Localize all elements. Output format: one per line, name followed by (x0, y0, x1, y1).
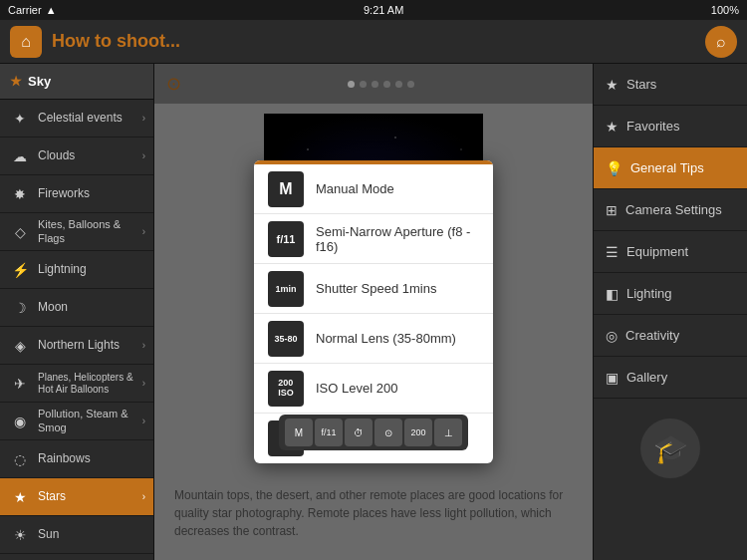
right-item-favorites[interactable]: ★ Favorites (594, 106, 747, 147)
status-left: Carrier ▲ (8, 4, 57, 16)
chevron-icon: › (142, 113, 145, 124)
content-description: Mountain tops, the desert, and other rem… (174, 486, 573, 540)
chevron-icon: › (142, 491, 145, 502)
right-item-lighting[interactable]: ◧ Lighting (594, 273, 747, 315)
lens-label: Normal Lens (35-80mm) (316, 331, 456, 346)
status-right: 100% (711, 4, 739, 16)
sidebar-item-pollution[interactable]: ◉ Pollution, Steam & Smog › (0, 403, 153, 440)
right-item-gallery[interactable]: ▣ Gallery (594, 357, 747, 399)
right-item-generaltips[interactable]: 💡 General Tips (594, 147, 747, 189)
nav-title-highlight: How (52, 31, 90, 51)
pollution-icon: ◉ (10, 412, 30, 431)
shutter-icon: 1min (268, 271, 304, 307)
shutter-label: Shutter Speed 1mins (316, 281, 436, 296)
sidebar-item-planes[interactable]: ✈ Planes, Helicopters & Hot Air Balloons… (0, 365, 153, 403)
right-watermark: 🎓 (594, 399, 747, 498)
settings-bar: M f/11 ⏱ ⊙ 200 ⊥ (279, 415, 468, 450)
sidebar-item-fireworks[interactable]: ✸ Fireworks (0, 175, 153, 213)
settings-pill-shutter: ⏱ (345, 419, 373, 446)
modal-item-lens[interactable]: 35-80 Normal Lens (35-80mm) (254, 314, 493, 364)
home-button[interactable]: ⌂ (10, 26, 42, 58)
sidebar-item-moon[interactable]: ☽ Moon (0, 289, 153, 327)
sidebar-item-celestial[interactable]: ✦ Celestial events › (0, 100, 153, 138)
right-equipment-icon: ☰ (606, 244, 619, 260)
settings-pill-iso: 200 (404, 419, 432, 446)
watermark-circle: 🎓 (640, 419, 700, 478)
right-item-stars[interactable]: ★ Stars (594, 64, 747, 106)
right-creativity-icon: ◎ (606, 328, 618, 344)
right-creativity-label: Creativity (625, 328, 679, 343)
modal-item-aperture[interactable]: f/11 Semi-Narrow Aperture (f8 - f16) (254, 214, 493, 264)
wifi-icon: ▲ (46, 4, 57, 16)
status-bar: Carrier ▲ 9:21 AM 100% (0, 0, 747, 20)
carrier-label: Carrier (8, 4, 42, 16)
modal-item-iso[interactable]: 200ISO ISO Level 200 (254, 364, 493, 414)
right-stars-label: Stars (626, 77, 656, 92)
right-lighting-label: Lighting (626, 286, 672, 301)
right-stars-icon: ★ (606, 77, 619, 93)
description-text: Mountain tops, the desert, and other rem… (174, 488, 563, 538)
celestial-icon: ✦ (10, 109, 30, 129)
right-camerasettings-icon: ⊞ (606, 202, 618, 218)
lens-icon: 35-80 (268, 321, 304, 357)
right-lighting-icon: ◧ (606, 286, 619, 302)
right-sidebar: ★ Stars ★ Favorites 💡 General Tips ⊞ Cam… (593, 64, 747, 560)
battery-label: 100% (711, 4, 739, 16)
right-generaltips-icon: 💡 (606, 160, 622, 176)
sidebar-item-rainbows[interactable]: ◌ Rainbows (0, 440, 153, 478)
stars-icon: ★ (10, 487, 30, 507)
chevron-icon: › (142, 226, 145, 237)
right-favorites-icon: ★ (606, 119, 619, 135)
sidebar-section-label: Sky (28, 74, 51, 89)
chevron-icon: › (142, 378, 145, 389)
northernlights-icon: ◈ (10, 336, 30, 356)
sidebar-item-label: Stars (38, 489, 142, 503)
search-icon: ⌕ (716, 33, 726, 51)
modal-item-manual[interactable]: M Manual Mode (254, 164, 493, 214)
manual-mode-icon: M (268, 171, 304, 207)
sidebar-item-label: Northern Lights (38, 338, 142, 352)
moon-icon: ☽ (10, 298, 30, 318)
sidebar-item-stars[interactable]: ★ Stars › (0, 478, 153, 516)
home-icon: ⌂ (21, 33, 31, 51)
sidebar-item-sun[interactable]: ☀ Sun (0, 516, 153, 554)
status-time: 9:21 AM (364, 4, 403, 16)
sidebar-item-label: Rainbows (38, 451, 145, 465)
left-sidebar: ★ Sky ✦ Celestial events › ☁ Clouds › ✸ … (0, 64, 154, 560)
sidebar-item-label: Sun (38, 527, 145, 541)
center-content: ⊙ M Manual Mode (154, 64, 593, 560)
sidebar-item-label: Lightning (38, 262, 145, 276)
top-nav: ⌂ How to shoot... ⌕ (0, 20, 747, 64)
right-gallery-icon: ▣ (606, 370, 619, 386)
search-button[interactable]: ⌕ (705, 26, 737, 58)
rainbows-icon: ◌ (10, 449, 30, 469)
sidebar-item-kites[interactable]: ◇ Kites, Balloons & Flags › (0, 213, 153, 251)
sidebar-item-lightning[interactable]: ⚡ Lightning (0, 251, 153, 289)
sidebar-item-label: Kites, Balloons & Flags (38, 218, 142, 244)
sidebar-item-northernlights[interactable]: ◈ Northern Lights › (0, 327, 153, 365)
fireworks-icon: ✸ (10, 184, 30, 204)
right-item-camerasettings[interactable]: ⊞ Camera Settings (594, 189, 747, 231)
sidebar-item-label: Clouds (38, 148, 142, 162)
clouds-icon: ☁ (10, 146, 30, 166)
iso-label: ISO Level 200 (316, 381, 397, 396)
sidebar-item-clouds[interactable]: ☁ Clouds › (0, 138, 153, 175)
right-item-creativity[interactable]: ◎ Creativity (594, 315, 747, 357)
chevron-icon: › (142, 150, 145, 161)
settings-pill-manual: M (285, 419, 313, 446)
lightning-icon: ⚡ (10, 260, 30, 280)
modal-item-shutter[interactable]: 1min Shutter Speed 1mins (254, 264, 493, 314)
right-camerasettings-label: Camera Settings (625, 202, 722, 217)
sidebar-item-label: Moon (38, 300, 145, 314)
section-star-icon: ★ (10, 74, 22, 89)
manual-mode-label: Manual Mode (316, 181, 394, 196)
sidebar-item-label: Planes, Helicopters & Hot Air Balloons (38, 372, 142, 396)
right-item-equipment[interactable]: ☰ Equipment (594, 231, 747, 273)
nav-title: How to shoot... (52, 31, 705, 52)
settings-pill-aperture: f/11 (315, 419, 343, 446)
right-equipment-label: Equipment (626, 244, 688, 259)
planes-icon: ✈ (10, 374, 30, 394)
right-favorites-label: Favorites (626, 119, 679, 134)
main-layout: ★ Sky ✦ Celestial events › ☁ Clouds › ✸ … (0, 64, 747, 560)
settings-pill-tripod: ⊥ (434, 419, 462, 446)
